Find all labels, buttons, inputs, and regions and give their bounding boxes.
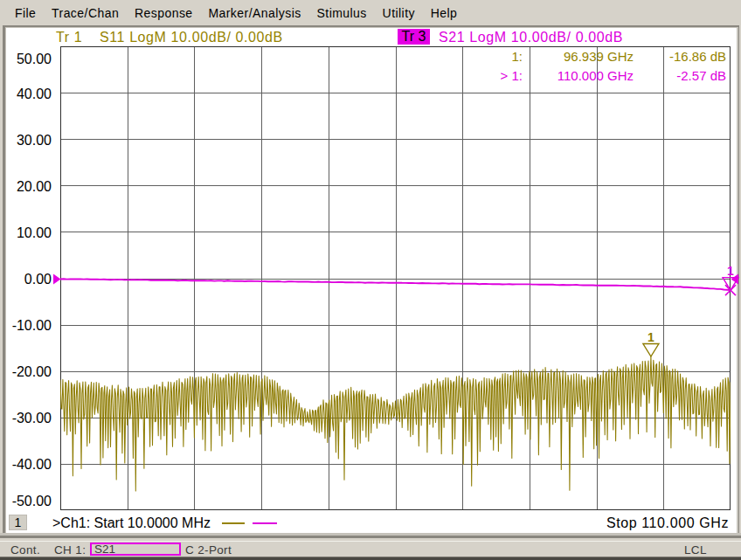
trace3-legend-dash: [253, 522, 277, 524]
measurement-box[interactable]: S21: [90, 543, 181, 556]
grid-border: [61, 47, 731, 510]
marker-readout-freq-s11: 96.939 GHz: [520, 50, 634, 63]
marker-readout-freq-s21: 110.000 GHz: [520, 69, 634, 82]
graph-area: 11: [0, 0, 741, 560]
reference-level-indicator-left[interactable]: [53, 274, 61, 285]
trace-s21: [60, 279, 731, 290]
correction-indicator: C 2-Port: [185, 543, 232, 557]
marker-1-s11[interactable]: 1: [643, 330, 659, 357]
trace-s11: [60, 356, 731, 491]
remote-status: LCL: [684, 543, 707, 557]
marker-readout-label-s21: > 1:: [444, 69, 523, 82]
marker-readout-label-s11: 1:: [444, 50, 523, 63]
channel-number-button[interactable]: 1: [9, 515, 27, 530]
trace1-legend-dash: [222, 522, 245, 524]
marker-readout-value-s21: -2.57 dB: [630, 69, 726, 82]
channel-label: CH 1:: [54, 543, 86, 557]
sweep-stop-label: Stop 110.000 GHz: [606, 515, 729, 531]
marker-readout-value-s11: -16.86 dB: [630, 50, 726, 63]
marker-number: 1: [648, 330, 654, 344]
grid: [60, 46, 731, 510]
sweep-start-label: >Ch1: Start 10.0000 MHz: [52, 515, 211, 531]
marker-number: 1: [727, 264, 734, 278]
sweep-mode-indicator: Cont.: [10, 543, 40, 557]
